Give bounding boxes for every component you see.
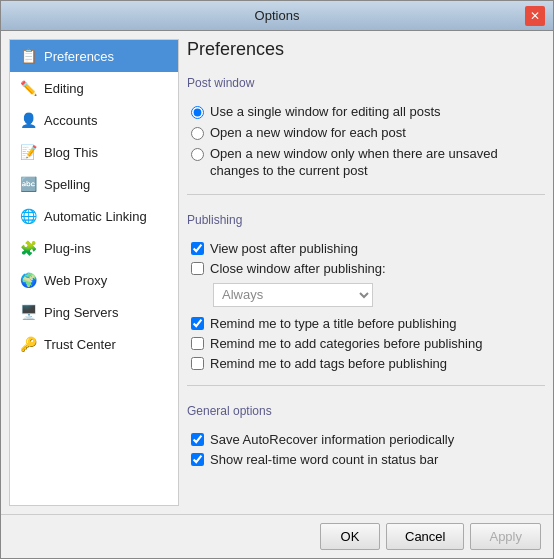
separator-2 — [187, 385, 545, 386]
sidebar-label-trust-center: Trust Center — [44, 337, 116, 352]
sidebar-item-auto-linking[interactable]: 🌐Automatic Linking — [10, 200, 178, 232]
checkbox-label-close-window: Close window after publishing: — [210, 261, 386, 276]
separator-1 — [187, 194, 545, 195]
general-checkbox-group: Save AutoRecover information periodicall… — [191, 432, 545, 467]
title-bar: Options ✕ — [1, 1, 553, 31]
plugins-icon: 🧩 — [18, 238, 38, 258]
checkbox-remind-tags[interactable]: Remind me to add tags before publishing — [191, 356, 545, 371]
checkbox-label-view-post: View post after publishing — [210, 241, 358, 256]
sidebar-label-plugins: Plug-ins — [44, 241, 91, 256]
ping-servers-icon: 🖥️ — [18, 302, 38, 322]
auto-linking-icon: 🌐 — [18, 206, 38, 226]
sidebar-item-accounts[interactable]: 👤Accounts — [10, 104, 178, 136]
close-button[interactable]: ✕ — [525, 6, 545, 26]
always-dropdown-row: Always Never Ask — [213, 283, 545, 307]
publishing-checkbox-group: View post after publishing Close window … — [191, 241, 545, 371]
sidebar-item-plugins[interactable]: 🧩Plug-ins — [10, 232, 178, 264]
radio-label-new-unsaved: Open a new window only when there are un… — [210, 146, 545, 180]
sidebar-item-preferences[interactable]: 📋Preferences — [10, 40, 178, 72]
checkbox-wordcount[interactable]: Show real-time word count in status bar — [191, 452, 545, 467]
radio-item-new-each[interactable]: Open a new window for each post — [191, 125, 545, 142]
trust-center-icon: 🔑 — [18, 334, 38, 354]
checkbox-autorecover[interactable]: Save AutoRecover information periodicall… — [191, 432, 545, 447]
apply-button[interactable]: Apply — [470, 523, 541, 550]
sidebar-label-spelling: Spelling — [44, 177, 90, 192]
sidebar-label-blog-this: Blog This — [44, 145, 98, 160]
blog-this-icon: 📝 — [18, 142, 38, 162]
sidebar-label-auto-linking: Automatic Linking — [44, 209, 147, 224]
checkbox-label-remind-title: Remind me to type a title before publish… — [210, 316, 456, 331]
preferences-icon: 📋 — [18, 46, 38, 66]
always-dropdown[interactable]: Always Never Ask — [213, 283, 373, 307]
sidebar-item-blog-this[interactable]: 📝Blog This — [10, 136, 178, 168]
checkbox-label-remind-tags: Remind me to add tags before publishing — [210, 356, 447, 371]
checkbox-close-window[interactable]: Close window after publishing: — [191, 261, 545, 276]
accounts-icon: 👤 — [18, 110, 38, 130]
checkbox-remind-categories[interactable]: Remind me to add categories before publi… — [191, 336, 545, 351]
cancel-button[interactable]: Cancel — [386, 523, 464, 550]
panel-title: Preferences — [187, 39, 545, 60]
bottom-bar: OK Cancel Apply — [1, 514, 553, 558]
checkbox-remind-title[interactable]: Remind me to type a title before publish… — [191, 316, 545, 331]
main-panel: Preferences Post window Use a single win… — [187, 39, 545, 506]
sidebar: 📋Preferences✏️Editing👤Accounts📝Blog This… — [9, 39, 179, 506]
radio-label-single: Use a single window for editing all post… — [210, 104, 441, 121]
checkbox-label-remind-categories: Remind me to add categories before publi… — [210, 336, 482, 351]
sidebar-item-spelling[interactable]: 🔤Spelling — [10, 168, 178, 200]
publishing-section-title: Publishing — [187, 213, 545, 227]
checkbox-view-post[interactable]: View post after publishing — [191, 241, 545, 256]
ok-button[interactable]: OK — [320, 523, 380, 550]
general-section-title: General options — [187, 404, 545, 418]
web-proxy-icon: 🌍 — [18, 270, 38, 290]
sidebar-label-accounts: Accounts — [44, 113, 97, 128]
sidebar-label-web-proxy: Web Proxy — [44, 273, 107, 288]
checkbox-label-wordcount: Show real-time word count in status bar — [210, 452, 438, 467]
options-window: Options ✕ 📋Preferences✏️Editing👤Accounts… — [0, 0, 554, 559]
post-window-radio-group: Use a single window for editing all post… — [191, 104, 545, 180]
radio-item-new-unsaved[interactable]: Open a new window only when there are un… — [191, 146, 545, 180]
radio-label-new-each: Open a new window for each post — [210, 125, 406, 142]
checkbox-label-autorecover: Save AutoRecover information periodicall… — [210, 432, 454, 447]
sidebar-item-ping-servers[interactable]: 🖥️Ping Servers — [10, 296, 178, 328]
sidebar-item-trust-center[interactable]: 🔑Trust Center — [10, 328, 178, 360]
editing-icon: ✏️ — [18, 78, 38, 98]
window-title: Options — [29, 8, 525, 23]
sidebar-label-editing: Editing — [44, 81, 84, 96]
sidebar-item-editing[interactable]: ✏️Editing — [10, 72, 178, 104]
spelling-icon: 🔤 — [18, 174, 38, 194]
sidebar-label-preferences: Preferences — [44, 49, 114, 64]
sidebar-item-web-proxy[interactable]: 🌍Web Proxy — [10, 264, 178, 296]
radio-item-single[interactable]: Use a single window for editing all post… — [191, 104, 545, 121]
sidebar-label-ping-servers: Ping Servers — [44, 305, 118, 320]
content-area: 📋Preferences✏️Editing👤Accounts📝Blog This… — [1, 31, 553, 514]
post-window-section-title: Post window — [187, 76, 545, 90]
